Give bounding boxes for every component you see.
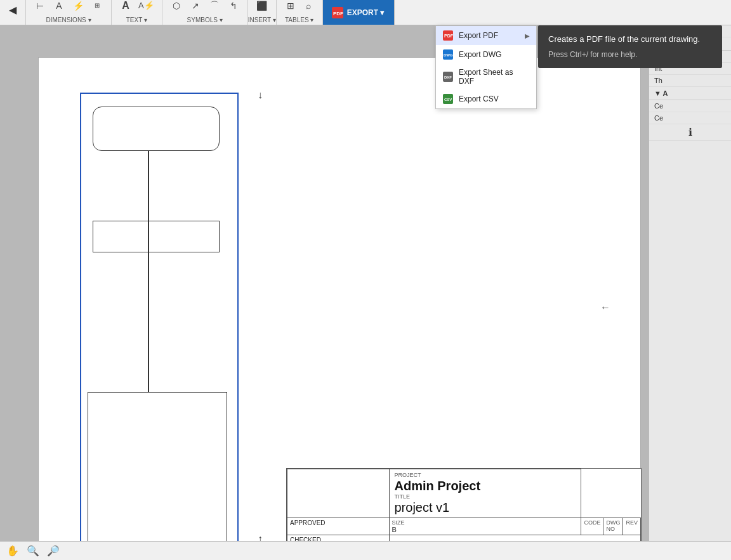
- tables-group[interactable]: ⊞ ⌕ TABLES ▾: [277, 0, 323, 25]
- symbol-icon-3: ⌒: [210, 0, 219, 11]
- export-dxf-item[interactable]: DXF Export Sheet as DXF: [436, 64, 536, 89]
- toolbar: ◀ ⊢ A ⚡ ⊞ DIMENSIONS ▾ A A⚡ TEXT ▾ ⬡: [0, 0, 731, 25]
- right-panel: Sc ▼ Ec Ta Int Th ▼ A Ce Ce ℹ: [649, 25, 731, 560]
- zoom-icon[interactable]: 🔎: [47, 545, 60, 557]
- svg-text:DXF: DXF: [444, 75, 452, 79]
- lower-box: [88, 392, 227, 544]
- tables-extra-icon: ⌕: [306, 1, 311, 11]
- export-button[interactable]: PDF EXPORT ▾: [323, 0, 395, 25]
- main-area: ↓ ↑ ← PROJECT Admin Project TITLE projec…: [0, 25, 731, 560]
- project-name: Admin Project: [395, 478, 576, 493]
- export-dwg-item[interactable]: DWG Export DWG: [436, 45, 536, 64]
- title-block-left-cell: [287, 469, 390, 518]
- right-panel-th[interactable]: Th: [649, 75, 731, 87]
- size-label: SIZE: [392, 519, 579, 526]
- export-dropdown: PDF Export PDF ▶ DWG Export DWG DXF Expo…: [435, 25, 537, 109]
- text-label: TEXT ▾: [126, 16, 147, 23]
- text-group: A A⚡ TEXT ▾: [112, 0, 162, 25]
- insert-group: ⬛ INSERT ▾: [248, 0, 277, 25]
- export-csv-icon: CSV: [442, 93, 454, 105]
- symbols-group: ⬡ ↗ ⌒ ↰ SYMBOLS ▾: [162, 0, 248, 25]
- tooltip-hint: Press Ctrl+/ for more help.: [548, 50, 712, 59]
- dwg-no-cell: DWG NO: [603, 518, 623, 535]
- arrow-left-indicator: ←: [600, 302, 610, 313]
- insert-icon: ⬛: [256, 1, 267, 11]
- sym-btn-2[interactable]: ↗: [187, 0, 204, 15]
- text-icon-1: A: [122, 0, 129, 11]
- canvas-area[interactable]: ↓ ↑ ← PROJECT Admin Project TITLE projec…: [0, 25, 649, 560]
- svg-text:PDF: PDF: [444, 34, 454, 38]
- tooltip: Creates a PDF file of the current drawin…: [538, 25, 722, 68]
- sym-btn-3[interactable]: ⌒: [206, 0, 223, 15]
- tables-extra-btn[interactable]: ⌕: [300, 0, 317, 15]
- dimension-icon-2: A: [56, 1, 62, 11]
- export-label: EXPORT ▾: [347, 8, 385, 17]
- tables-label: TABLES ▾: [285, 16, 313, 23]
- pdf-icon: PDF: [331, 6, 345, 20]
- approved-label: APPROVED: [290, 519, 326, 526]
- rev-cell: REV: [623, 518, 641, 535]
- export-dxf-label: Export Sheet as DXF: [459, 68, 530, 86]
- dim-btn-2[interactable]: A: [50, 0, 68, 15]
- project-label: PROJECT: [395, 472, 576, 478]
- drawing-sheet: ↓ ↑ ← PROJECT Admin Project TITLE projec…: [38, 57, 641, 560]
- dim-btn-3[interactable]: ⚡: [69, 0, 87, 15]
- status-bar: ✋ 🔍 🔎: [0, 541, 731, 560]
- right-panel-ce2[interactable]: Ce: [649, 112, 731, 124]
- title-block-project-cell: PROJECT Admin Project TITLE project v1: [389, 469, 581, 518]
- rounded-rect: [93, 107, 220, 151]
- size-cell: SIZE B: [389, 518, 581, 535]
- dim-btn-1[interactable]: ⊢: [31, 0, 49, 15]
- export-dxf-icon: DXF: [442, 71, 454, 82]
- insert-btn-1[interactable]: ⬛: [253, 0, 271, 15]
- arrow-down-indicator: ↓: [258, 89, 263, 101]
- rev-label: REV: [626, 519, 638, 526]
- export-dwg-icon: DWG: [442, 49, 454, 60]
- export-dwg-label: Export DWG: [459, 50, 501, 59]
- dimension-icon-4: ⊞: [95, 2, 100, 9]
- tables-btn[interactable]: ⊞: [282, 0, 300, 15]
- export-pdf-more-icon: ▶: [525, 32, 530, 39]
- dwg-no-label: DWG NO: [606, 519, 620, 532]
- svg-text:CSV: CSV: [444, 98, 452, 101]
- insert-label: INSERT ▾: [248, 16, 276, 23]
- dimension-icon-3: ⚡: [73, 1, 84, 11]
- h-bar: [93, 221, 220, 252]
- tooltip-title: Creates a PDF file of the current drawin…: [548, 34, 712, 44]
- export-csv-item[interactable]: CSV Export CSV: [436, 89, 536, 108]
- size-value: B: [392, 526, 579, 533]
- text-btn-2[interactable]: A⚡: [136, 0, 157, 15]
- svg-text:PDF: PDF: [333, 11, 343, 16]
- right-panel-a-section[interactable]: ▼ A: [649, 87, 731, 100]
- nav-back-button[interactable]: ◀: [4, 1, 22, 20]
- text-icon-2: A⚡: [138, 1, 154, 10]
- hand-tool-icon[interactable]: ✋: [6, 545, 19, 557]
- status-icons: ✋ 🔍 🔎: [6, 545, 60, 557]
- dim-btn-4[interactable]: ⊞: [88, 0, 106, 15]
- text-btn-1[interactable]: A: [117, 0, 135, 15]
- sym-btn-1[interactable]: ⬡: [168, 0, 185, 15]
- code-cell: CODE: [581, 518, 603, 535]
- search-icon[interactable]: 🔍: [27, 545, 39, 557]
- code-label: CODE: [584, 519, 600, 526]
- title-name: project v1: [395, 500, 576, 515]
- title-block-meta-row: APPROVED SIZE B CODE DWG NO: [287, 518, 641, 535]
- approved-cell: APPROVED: [287, 518, 390, 535]
- symbols-label: SYMBOLS ▾: [187, 16, 223, 23]
- nav-group: ◀: [0, 0, 26, 25]
- title-label: TITLE: [395, 493, 576, 500]
- export-pdf-item[interactable]: PDF Export PDF ▶: [436, 26, 536, 45]
- symbol-icon-4: ↰: [230, 1, 237, 11]
- right-panel-info[interactable]: ℹ: [649, 124, 731, 141]
- dimensions-group: ⊢ A ⚡ ⊞ DIMENSIONS ▾: [26, 0, 112, 25]
- export-pdf-icon: PDF: [442, 30, 454, 41]
- right-panel-ce1[interactable]: Ce: [649, 100, 731, 112]
- dimensions-label: DIMENSIONS ▾: [46, 16, 91, 23]
- symbol-icon-1: ⬡: [173, 1, 180, 11]
- sym-btn-4[interactable]: ↰: [225, 0, 242, 15]
- export-pdf-label: Export PDF: [459, 31, 498, 40]
- export-csv-label: Export CSV: [459, 94, 499, 103]
- back-icon: ◀: [9, 4, 16, 16]
- dimension-icon-1: ⊢: [36, 1, 44, 11]
- svg-text:DWG: DWG: [444, 53, 453, 57]
